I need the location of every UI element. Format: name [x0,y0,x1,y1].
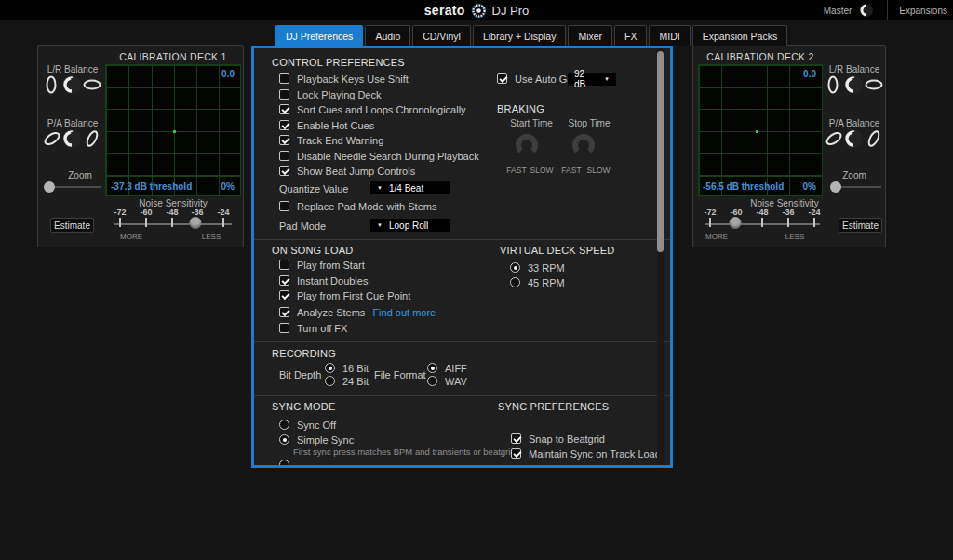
deck2-lr-balance-knob[interactable] [825,73,883,96]
tab-audio[interactable]: Audio [365,25,410,46]
simple-sync-description: First sync press matches BPM and transie… [293,447,519,457]
deck1-noise-sensitivity-slider[interactable]: -72 -60 -48 -36 -24 MORE LESS [105,207,241,241]
tab-mixer[interactable]: Mixer [568,25,612,46]
tab-label: MIDI [659,31,679,42]
radio-button[interactable] [279,434,289,445]
expansions-button[interactable]: Expansions [887,0,947,20]
radio-button[interactable] [325,376,335,386]
checkbox-row: Sort Cues and Loops Chronologically [279,103,466,115]
deck1-lr-balance-knob[interactable] [44,73,101,96]
tab-cd-vinyl[interactable]: CD/Vinyl [412,25,471,46]
radio-row: Sync Off [279,419,336,431]
radio-row: 45 RPM [510,276,565,288]
checkbox[interactable] [279,323,289,333]
dropdown-value: 92 dB [574,69,597,89]
radio-button-clipped[interactable] [279,460,289,468]
radio-button[interactable] [427,363,437,373]
radio-button[interactable] [427,376,437,386]
radio-row: 33 RPM [510,261,565,273]
checkbox[interactable] [279,89,289,100]
deck1-estimate-button[interactable]: Estimate [50,218,94,233]
dialog-scrollbar-thumb[interactable] [657,51,664,252]
tick-mark [119,218,121,227]
radio-label: Sync Off [297,420,336,431]
fast-label: FAST [506,166,526,175]
deck2-pa-balance-knob[interactable] [825,127,883,150]
deck2-zoom-slider-handle[interactable] [830,181,841,193]
deck2-estimate-button[interactable]: Estimate [839,218,882,233]
radio-button[interactable] [510,277,520,287]
tab-dj-preferences[interactable]: DJ Preferences [275,25,363,46]
tick-label: -48 [166,207,178,217]
estimate-label: Estimate [842,220,879,231]
deck2-noise-sensitivity-slider[interactable]: -72 -60 -48 -36 -24 MORE LESS [698,207,823,241]
master-gain-knob[interactable] [859,3,874,18]
deck1-noise-slider-handle[interactable] [190,217,202,229]
auto-gain-dropdown[interactable]: 92 dB ▼ [568,73,616,86]
vertical-ellipse-icon [47,77,56,93]
checkbox[interactable] [279,120,289,130]
radio-button[interactable] [325,363,335,373]
tick-label: -36 [191,207,203,217]
sync-preferences-title: SYNC PREFERENCES [498,401,609,412]
dropdown-arrow-icon: ▼ [377,222,383,228]
checkbox[interactable] [279,151,289,161]
stop-time-knob[interactable] [571,133,596,157]
tab-expansion-packs[interactable]: Expansion Packs [692,25,788,46]
find-out-more-link[interactable]: Find out more [372,307,436,318]
tick-label: -48 [756,207,768,217]
quantize-value-dropdown[interactable]: ▼ 1/4 Beat [370,181,450,194]
radio-label: 16 Bit [342,363,369,374]
tab-library-display[interactable]: Library + Display [473,25,567,46]
deck1-pa-balance-knob[interactable] [44,127,101,150]
radio-button[interactable] [279,420,289,430]
pad-mode-dropdown[interactable]: ▼ Loop Roll [370,219,450,232]
checkbox-label: Turn off FX [297,323,347,334]
deck2-noise-slider-handle[interactable] [730,217,742,229]
checkbox[interactable] [279,260,289,270]
dialog-scrollbar[interactable] [657,48,664,465]
checkbox[interactable] [279,275,289,286]
tick-label: -24 [808,207,820,217]
checkbox[interactable] [279,201,289,211]
checkbox[interactable] [279,307,289,317]
checkbox[interactable] [279,73,289,84]
tick-label: -72 [114,207,126,217]
tilted-wide-ellipse-icon [44,130,61,146]
tab-midi[interactable]: MIDI [649,25,690,46]
radio-label: WAV [445,376,467,387]
checkbox[interactable] [279,166,289,176]
deck1-zoom-slider[interactable] [49,186,101,188]
checkbox[interactable] [511,448,521,459]
checkbox-row: Maintain Sync on Track Load [511,447,661,460]
checkbox-row: Track End Warning [279,134,383,146]
deck1-title: CALIBRATION DECK 1 [105,51,241,62]
radio-label: 45 RPM [528,277,565,288]
sync-mode-title: SYNC MODE [272,401,335,412]
braking-title: BRAKING [497,103,544,114]
checkbox-row: Replace Pad Mode with Stems [279,200,436,212]
checkbox[interactable] [511,433,521,444]
tick-mark [171,218,173,227]
radio-button[interactable] [510,262,520,273]
dropdown-arrow-icon: ▼ [377,185,383,191]
slider-track[interactable] [114,223,232,225]
checkbox[interactable] [279,290,289,300]
tab-fx[interactable]: FX [614,25,647,46]
slow-label: SLOW [530,166,553,175]
file-format-label: File Format [374,369,426,380]
dropdown-value: 1/4 Beat [389,183,423,193]
checkbox[interactable] [279,135,289,145]
start-time-knob[interactable] [515,133,539,157]
section-divider [254,341,670,342]
serato-logo: serato DJ Pro [424,3,530,19]
tick-mark [787,218,789,227]
deck2-zoom-slider[interactable] [835,186,881,188]
deck1-zoom-slider-handle[interactable] [44,181,55,193]
serato-wordmark: serato [424,3,465,18]
checkbox[interactable] [497,73,507,84]
checkbox-row: Disable Needle Search During Playback [279,150,479,162]
file-format-label-row: File Format [374,368,426,380]
start-time-label: Start Time [510,118,553,128]
checkbox[interactable] [279,104,289,114]
